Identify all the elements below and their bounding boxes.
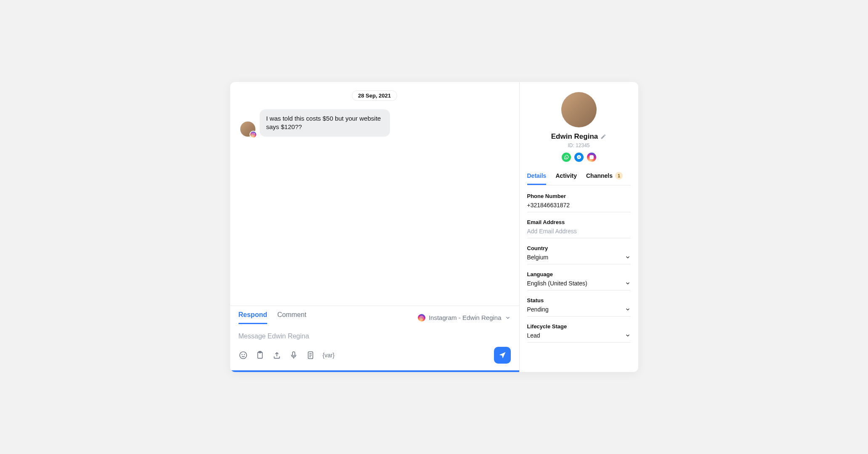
channel-select[interactable]: Instagram - Edwin Regina [418,314,511,322]
country-label: Country [527,245,631,251]
tab-channels[interactable]: Channels 1 [586,172,623,185]
field-country: Country Belgium [527,245,631,264]
progress-bar [230,370,519,372]
emoji-icon[interactable] [239,351,248,360]
composer-tabs: Respond Comment Instagram - Edwin Regina [230,306,519,324]
channels-count-badge: 1 [615,172,623,179]
status-select[interactable]: Pending [527,306,631,313]
svg-point-4 [421,317,422,318]
composer: Respond Comment Instagram - Edwin Regina [230,306,519,372]
snippet-icon[interactable] [306,351,315,360]
svg-point-7 [244,354,244,355]
clipboard-icon[interactable] [255,351,265,360]
email-label: Email Address [527,219,631,225]
chevron-down-icon [625,254,631,260]
whatsapp-icon[interactable] [562,153,571,162]
lifecycle-select[interactable]: Lead [527,332,631,339]
chevron-down-icon [625,333,631,338]
field-lifecycle: Lifecycle Stage Lead [527,323,631,343]
status-value: Pending [527,306,549,313]
chevron-down-icon [625,280,631,286]
channel-label: Instagram - Edwin Regina [429,314,502,321]
messenger-icon[interactable] [574,153,584,162]
instagram-icon[interactable] [587,153,596,162]
chevron-down-icon [505,315,511,321]
field-status: Status Pending [527,297,631,317]
date-chip: 28 Sep, 2021 [352,90,397,101]
compose-toolbar: {var} [239,347,511,364]
phone-value[interactable]: +321846631872 [527,202,631,209]
conversation-area: 28 Sep, 2021 I was told this costs $50 b… [230,82,519,306]
variable-icon[interactable]: {var} [323,352,335,359]
country-value: Belgium [527,254,549,261]
field-phone: Phone Number +321846631872 [527,193,631,212]
tab-channels-label: Channels [586,172,613,179]
compose-area: {var} [230,324,519,370]
profile-id: ID: 12345 [568,143,589,148]
svg-point-6 [242,354,242,355]
svg-point-2 [254,133,254,134]
contact-sidebar: Edwin Regina ID: 12345 Details Activity … [520,82,638,372]
microphone-icon[interactable] [289,351,298,360]
tab-details[interactable]: Details [527,172,547,185]
sidebar-tabs: Details Activity Channels 1 [527,172,631,185]
main-panel: 28 Sep, 2021 I was told this costs $50 b… [230,82,520,372]
lifecycle-value: Lead [527,332,540,339]
message-input[interactable] [239,329,511,347]
contact-profile: Edwin Regina ID: 12345 [527,92,631,162]
edit-icon[interactable] [600,134,606,140]
sender-avatar [240,121,255,137]
phone-label: Phone Number [527,193,631,199]
upload-icon[interactable] [272,351,281,360]
language-select[interactable]: English (United States) [527,280,631,287]
svg-rect-10 [292,352,295,356]
email-placeholder[interactable]: Add Email Address [527,228,631,235]
svg-rect-3 [420,316,423,319]
profile-name-row: Edwin Regina [551,132,606,141]
message-row: I was told this costs $50 but your websi… [240,109,509,137]
svg-point-1 [252,134,254,135]
message-bubble: I was told this costs $50 but your websi… [260,109,390,137]
instagram-icon [250,131,257,138]
profile-name: Edwin Regina [551,132,598,141]
tab-activity[interactable]: Activity [555,172,577,185]
svg-point-5 [239,352,247,359]
country-select[interactable]: Belgium [527,254,631,261]
lifecycle-label: Lifecycle Stage [527,323,631,330]
messaging-app: 28 Sep, 2021 I was told this costs $50 b… [230,82,638,372]
tab-respond[interactable]: Respond [239,311,267,324]
chevron-down-icon [625,306,631,312]
details-fields: Phone Number +321846631872 Email Address… [527,193,631,343]
status-label: Status [527,297,631,304]
svg-point-16 [591,156,592,158]
language-label: Language [527,271,631,277]
instagram-icon [418,314,425,322]
tab-comment[interactable]: Comment [277,311,306,324]
profile-avatar [561,92,597,127]
channel-icons [562,153,596,162]
field-language: Language English (United States) [527,271,631,290]
send-button[interactable] [494,347,511,364]
language-value: English (United States) [527,280,587,287]
field-email: Email Address Add Email Address [527,219,631,238]
svg-point-17 [592,156,593,156]
